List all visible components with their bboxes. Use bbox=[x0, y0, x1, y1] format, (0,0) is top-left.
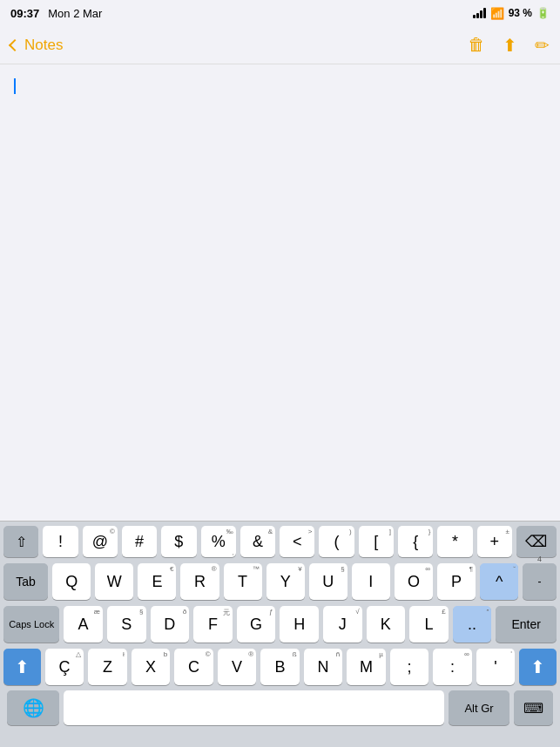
nav-actions: 🗑 ⬆ ✏ bbox=[468, 35, 550, 56]
key-globe[interactable]: 🌐 bbox=[7, 690, 59, 725]
back-label: Notes bbox=[24, 37, 63, 54]
compose-icon[interactable]: ✏ bbox=[535, 35, 550, 56]
key-e[interactable]: €E bbox=[138, 563, 176, 600]
key-z[interactable]: łZ bbox=[88, 649, 127, 685]
key-caret[interactable]: ˘^ bbox=[480, 563, 518, 600]
note-area[interactable] bbox=[0, 64, 560, 521]
key-shift-left[interactable]: ⬆ bbox=[3, 649, 41, 685]
key-at[interactable]: ©@ bbox=[83, 526, 118, 557]
key-ccedilla[interactable]: △Ç bbox=[45, 649, 84, 685]
battery-icon: 🔋 bbox=[536, 7, 550, 19]
keyboard: ⇧ ! ©@ # $ ‰%, && >< )( ][ }{ * ±+ ⌫ Tab… bbox=[0, 521, 560, 747]
altgr-label: Alt Gr bbox=[464, 702, 493, 715]
keyboard-row-qwerty: Tab Q W €E ®R ™T ¥Y §U I ∞O ¶P ˘^ 4-_ bbox=[0, 559, 560, 602]
key-b[interactable]: ßB bbox=[260, 649, 300, 685]
key-undo[interactable]: ⇧ bbox=[3, 526, 38, 557]
key-openbracket[interactable]: ][ bbox=[359, 526, 394, 557]
signal-icon bbox=[473, 8, 486, 18]
key-space[interactable] bbox=[64, 690, 444, 725]
key-r[interactable]: ®R bbox=[180, 563, 219, 600]
trash-icon[interactable]: 🗑 bbox=[468, 35, 485, 55]
key-hash[interactable]: # bbox=[122, 526, 157, 557]
keyboard-row-asdf: Caps Lock æA §S ðD 元F ƒG H √J K £L ″.. E… bbox=[0, 602, 560, 644]
key-f[interactable]: 元F bbox=[193, 606, 233, 643]
key-o[interactable]: ∞O bbox=[395, 563, 433, 600]
key-backspace[interactable]: ⌫ bbox=[516, 526, 557, 557]
keyboard-row-symbols: ⇧ ! ©@ # $ ‰%, && >< )( ][ }{ * ±+ ⌫ bbox=[0, 522, 560, 559]
key-q[interactable]: Q bbox=[52, 563, 91, 600]
key-exclaim[interactable]: ! bbox=[43, 526, 78, 557]
key-h[interactable]: H bbox=[280, 606, 319, 643]
status-bar: 09:37 Mon 2 Mar 📶 93 % 🔋 bbox=[0, 0, 560, 26]
key-lessthan[interactable]: >< bbox=[280, 526, 314, 557]
key-keyboard-dismiss[interactable]: ⌨ bbox=[514, 690, 553, 725]
key-openparen[interactable]: )( bbox=[319, 526, 354, 557]
key-c[interactable]: ©C bbox=[174, 649, 213, 685]
nav-bar: Notes 🗑 ⬆ ✏ bbox=[0, 26, 560, 64]
key-y[interactable]: ¥Y bbox=[267, 563, 305, 600]
key-plus[interactable]: ±+ bbox=[477, 526, 512, 557]
share-icon[interactable]: ⬆ bbox=[503, 35, 517, 56]
keyboard-row-zxcv: ⬆ △Ç łZ bX ©C ®V ßB ñN µM ; ∞: ˈ' ⬆ bbox=[0, 644, 560, 687]
key-x[interactable]: bX bbox=[132, 649, 171, 685]
text-cursor bbox=[14, 78, 16, 94]
key-d[interactable]: ðD bbox=[151, 606, 190, 643]
date: Mon 2 Mar bbox=[48, 7, 102, 20]
key-apostrophe[interactable]: ˈ' bbox=[476, 649, 516, 685]
key-dquote[interactable]: ″.. bbox=[453, 606, 492, 643]
key-v[interactable]: ®V bbox=[218, 649, 257, 685]
key-j[interactable]: √J bbox=[323, 606, 362, 643]
time: 09:37 bbox=[10, 7, 39, 20]
key-i[interactable]: I bbox=[352, 563, 390, 600]
key-m[interactable]: µM bbox=[347, 649, 386, 685]
key-dollar[interactable]: $ bbox=[161, 526, 196, 557]
battery-label: 93 % bbox=[509, 7, 532, 19]
key-percent[interactable]: ‰%, bbox=[201, 526, 236, 557]
key-p[interactable]: ¶P bbox=[437, 563, 476, 600]
key-enter[interactable]: Enter bbox=[496, 606, 557, 643]
wifi-icon: 📶 bbox=[490, 7, 504, 20]
key-l[interactable]: £L bbox=[409, 606, 449, 643]
key-dash-row2[interactable]: 4-_ bbox=[523, 563, 557, 600]
key-k[interactable]: K bbox=[367, 606, 406, 643]
key-asterisk[interactable]: * bbox=[437, 526, 472, 557]
key-openbrace[interactable]: }{ bbox=[398, 526, 433, 557]
key-a[interactable]: æA bbox=[64, 606, 103, 643]
key-altgr[interactable]: Alt Gr bbox=[449, 690, 509, 725]
back-button[interactable]: Notes bbox=[10, 37, 63, 54]
keyboard-row-bottom: 🌐 Alt Gr ⌨ bbox=[0, 687, 560, 729]
status-right: 📶 93 % 🔋 bbox=[473, 7, 550, 20]
key-capslock[interactable]: Caps Lock bbox=[3, 606, 59, 643]
key-s[interactable]: §S bbox=[107, 606, 146, 643]
key-t[interactable]: ™T bbox=[224, 563, 262, 600]
key-w[interactable]: W bbox=[95, 563, 133, 600]
key-colon[interactable]: ∞: bbox=[433, 649, 472, 685]
key-tab[interactable]: Tab bbox=[3, 563, 48, 600]
status-left: 09:37 Mon 2 Mar bbox=[10, 7, 102, 20]
chevron-left-icon bbox=[9, 38, 21, 50]
key-ampersand[interactable]: && bbox=[240, 526, 275, 557]
key-n[interactable]: ñN bbox=[304, 649, 343, 685]
key-semicolon[interactable]: ; bbox=[390, 649, 429, 685]
key-shift-right[interactable]: ⬆ bbox=[519, 649, 557, 685]
key-u[interactable]: §U bbox=[309, 563, 347, 600]
key-g[interactable]: ƒG bbox=[237, 606, 276, 643]
